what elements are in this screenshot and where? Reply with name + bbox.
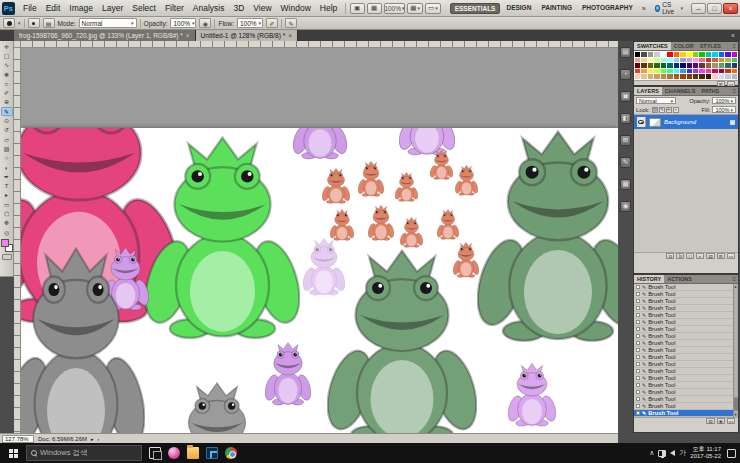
color-swatch[interactable] bbox=[654, 58, 659, 63]
task-view-button[interactable] bbox=[149, 447, 161, 459]
menu-item-layer[interactable]: Layer bbox=[97, 0, 127, 17]
history-step[interactable]: ✎Brush Tool bbox=[634, 354, 738, 361]
color-swatch[interactable] bbox=[725, 74, 730, 79]
zoom-level-dropdown[interactable]: 100% ▾ bbox=[384, 3, 406, 14]
clone-source-panel-icon[interactable]: ▦ bbox=[620, 179, 631, 190]
color-swatch[interactable] bbox=[641, 58, 646, 63]
color-swatch[interactable] bbox=[674, 52, 679, 57]
menu-item-select[interactable]: Select bbox=[128, 0, 161, 17]
lock-transparency-icon[interactable]: ▨ bbox=[652, 107, 658, 113]
airbrush-button[interactable]: ✐ bbox=[266, 18, 278, 28]
history-step[interactable]: ✎Brush Tool bbox=[634, 312, 738, 319]
layers-tab-layers[interactable]: LAYERS bbox=[634, 87, 662, 95]
marquee-tool[interactable]: ▢ bbox=[1, 51, 13, 60]
snapshot-well[interactable] bbox=[636, 404, 640, 408]
adjustment-layer-button[interactable]: ◐ bbox=[696, 253, 704, 259]
brush-panel-icon[interactable]: ✎ bbox=[620, 157, 631, 168]
adjustments-panel-icon[interactable]: ◧ bbox=[620, 113, 631, 124]
collapse-dock-button[interactable]: « bbox=[726, 30, 740, 41]
swatches-tab-color[interactable]: COLOR bbox=[671, 42, 697, 50]
menu-item-analysis[interactable]: Analysis bbox=[188, 0, 229, 17]
color-swatch[interactable] bbox=[725, 69, 730, 74]
color-swatch[interactable] bbox=[667, 69, 672, 74]
color-swatch[interactable] bbox=[667, 58, 672, 63]
color-swatch[interactable] bbox=[706, 74, 711, 79]
color-swatch[interactable] bbox=[635, 69, 640, 74]
history-step[interactable]: ✎Brush Tool bbox=[634, 403, 738, 410]
tray-expand-button[interactable]: ∧ bbox=[649, 449, 654, 457]
swatches-tab-swatches[interactable]: SWATCHES bbox=[634, 42, 671, 50]
color-swatch[interactable] bbox=[680, 63, 685, 68]
ime-indicator[interactable]: 가 bbox=[679, 448, 686, 458]
workspace-essentials[interactable]: ESSENTIALS bbox=[450, 3, 501, 14]
scrollbar-thumb[interactable] bbox=[734, 397, 738, 411]
workspace-overflow-button[interactable]: » bbox=[639, 5, 649, 12]
info-panel-icon[interactable]: ▣ bbox=[620, 91, 631, 102]
status-zoom-field[interactable]: 127.78% bbox=[2, 435, 34, 443]
color-swatch[interactable] bbox=[667, 74, 672, 79]
color-swatch[interactable] bbox=[719, 69, 724, 74]
view-extras-icon[interactable]: ▦ bbox=[367, 3, 382, 14]
snapshot-well[interactable] bbox=[636, 334, 640, 338]
history-step[interactable]: ✎Brush Tool bbox=[634, 382, 738, 389]
navigator-panel-icon[interactable]: ▤ bbox=[620, 47, 631, 58]
brush-tool-preset-icon[interactable] bbox=[3, 18, 15, 28]
lock-position-icon[interactable]: ✛ bbox=[666, 107, 672, 113]
snapshot-well[interactable] bbox=[636, 376, 640, 380]
color-swatch[interactable] bbox=[712, 52, 717, 57]
color-swatch[interactable] bbox=[635, 52, 640, 57]
crop-tool[interactable]: ⌗ bbox=[1, 79, 13, 88]
history-tab-actions[interactable]: ACTIONS bbox=[664, 275, 695, 283]
history-step[interactable]: ✎Brush Tool bbox=[634, 410, 738, 417]
history-step[interactable]: ✎Brush Tool bbox=[634, 333, 738, 340]
color-swatch[interactable] bbox=[719, 63, 724, 68]
color-swatch[interactable] bbox=[687, 58, 692, 63]
snapshot-well[interactable] bbox=[636, 306, 640, 310]
color-swatch[interactable] bbox=[687, 52, 692, 57]
color-swatch[interactable] bbox=[641, 63, 646, 68]
snapshot-well[interactable] bbox=[636, 320, 640, 324]
color-swatch[interactable] bbox=[654, 52, 659, 57]
move-tool[interactable]: ✛ bbox=[1, 42, 13, 51]
lock-all-icon[interactable]: ▪ bbox=[673, 107, 679, 113]
menu-item-image[interactable]: Image bbox=[65, 0, 98, 17]
3d-rotate-tool[interactable]: ⬡ bbox=[1, 209, 13, 218]
workspace-photography[interactable]: PHOTOGRAPHY bbox=[578, 3, 637, 14]
color-swatch[interactable] bbox=[674, 74, 679, 79]
layer-row[interactable]: Background bbox=[634, 115, 738, 129]
history-step[interactable]: ✎Brush Tool bbox=[634, 340, 738, 347]
snapshot-well[interactable] bbox=[636, 341, 640, 345]
lock-image-icon[interactable]: ✎ bbox=[659, 107, 665, 113]
color-swatch[interactable] bbox=[648, 69, 653, 74]
new-layer-button[interactable]: ⊞ bbox=[717, 253, 725, 259]
taskbar-clock[interactable]: 오후 11:17 2017-05-22 bbox=[690, 446, 721, 460]
layer-mask-button[interactable]: ◻ bbox=[686, 253, 694, 259]
snapshot-well[interactable] bbox=[636, 348, 640, 352]
color-swatch[interactable] bbox=[706, 58, 711, 63]
delete-state-button[interactable]: ▭ bbox=[727, 418, 735, 424]
color-swatch[interactable] bbox=[654, 69, 659, 74]
layer-group-button[interactable]: ▤ bbox=[706, 253, 714, 259]
snapshot-well[interactable] bbox=[636, 411, 640, 415]
swatches-tab-styles[interactable]: STYLES bbox=[697, 42, 724, 50]
history-step[interactable]: ✎Brush Tool bbox=[634, 319, 738, 326]
color-swatch[interactable] bbox=[680, 52, 685, 57]
snapshot-well[interactable] bbox=[636, 369, 640, 373]
color-swatch[interactable] bbox=[687, 63, 692, 68]
snapshot-well[interactable] bbox=[636, 390, 640, 394]
color-swatch[interactable] bbox=[654, 74, 659, 79]
color-swatch[interactable] bbox=[687, 74, 692, 79]
brush-preset-picker[interactable] bbox=[28, 18, 40, 28]
toggle-brush-panel-button[interactable]: ▤ bbox=[43, 18, 55, 28]
layers-panel-menu-icon[interactable]: ≡ bbox=[732, 87, 738, 95]
snapshot-well[interactable] bbox=[636, 397, 640, 401]
healing-brush-tool[interactable]: ⊕ bbox=[1, 98, 13, 107]
color-swatch[interactable] bbox=[674, 69, 679, 74]
color-swatch[interactable] bbox=[732, 69, 737, 74]
menu-item-view[interactable]: View bbox=[249, 0, 276, 17]
scroll-up-arrow[interactable]: ▲ bbox=[733, 284, 738, 289]
layers-tab-channels[interactable]: CHANNELS bbox=[662, 87, 699, 95]
menu-item-file[interactable]: File bbox=[19, 0, 42, 17]
color-swatch[interactable] bbox=[725, 63, 730, 68]
gradient-tool[interactable]: ▨ bbox=[1, 144, 13, 153]
